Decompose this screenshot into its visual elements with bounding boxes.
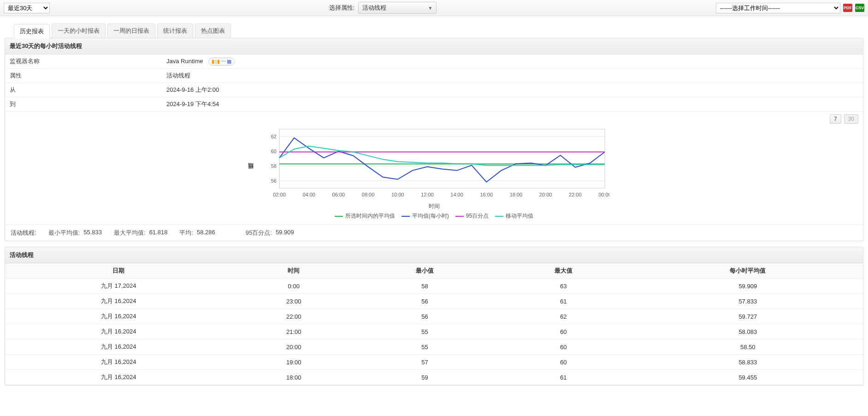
to-value: 2024-9-19 下午4:54 bbox=[162, 97, 863, 112]
table-row: 九月 16,202419:00576058.833 bbox=[5, 355, 863, 370]
svg-text:58: 58 bbox=[271, 163, 276, 169]
legend-swatch bbox=[455, 216, 464, 217]
tab-stats[interactable]: 统计报表 bbox=[157, 24, 193, 38]
table-row: 九月 17,20240:00586359.909 bbox=[5, 279, 863, 294]
top-center: 选择属性: 活动线程 ▼ bbox=[329, 2, 437, 14]
svg-text:16:00: 16:00 bbox=[480, 192, 493, 197]
table-row: 九月 16,202418:00596159.455 bbox=[5, 370, 863, 385]
grid-icon: ▦ bbox=[227, 59, 231, 65]
tabs-row: 历史报表一天的小时报表一周的日报表统计报表热点图表 bbox=[0, 16, 868, 38]
stats-p95: 95百分点:59.909 bbox=[246, 229, 294, 237]
svg-text:04:00: 04:00 bbox=[302, 192, 315, 197]
legend-swatch bbox=[495, 216, 503, 217]
table-header: 最大值 bbox=[494, 263, 633, 279]
stats-max: 最大平均值:61.818 bbox=[114, 229, 167, 237]
chart-inner: 活动线程 5658606202:0004:0006:0008:0010:0012… bbox=[259, 125, 609, 220]
svg-text:02:00: 02:00 bbox=[273, 192, 286, 197]
data-panel: 活动线程 日期时间最小值最大值每小时平均值 九月 17,20240:005863… bbox=[5, 247, 863, 386]
stats-min: 最小平均值:55.833 bbox=[48, 229, 102, 237]
report-panel: 最近30天的每小时活动线程 监视器名称 Java Runtime ▮▯▮ 〰 ▦… bbox=[5, 38, 863, 241]
legend-swatch bbox=[335, 216, 343, 217]
table-header: 最小值 bbox=[355, 263, 494, 279]
table-row: 九月 16,202420:00556058.50 bbox=[5, 339, 863, 355]
table-row: 九月 16,202422:00566259.727 bbox=[5, 309, 863, 324]
stats-metric: 活动线程: bbox=[11, 229, 36, 237]
info-table: 监视器名称 Java Runtime ▮▯▮ 〰 ▦ 属性 活动线程 从 202… bbox=[5, 54, 863, 112]
export-pdf-icon[interactable]: PDF bbox=[843, 4, 852, 12]
chart-xlabel: 时间 bbox=[259, 202, 609, 210]
data-table: 日期时间最小值最大值每小时平均值 九月 17,20240:00586359.90… bbox=[5, 263, 863, 385]
chart-svg: 5658606202:0004:0006:0008:0010:0012:0014… bbox=[259, 125, 609, 199]
svg-text:60: 60 bbox=[271, 149, 276, 154]
svg-text:20:00: 20:00 bbox=[539, 192, 552, 197]
chevron-down-icon: ▼ bbox=[428, 6, 432, 11]
top-right: ------选择工作时间------ PDF CSV bbox=[716, 3, 864, 13]
table-row: 九月 16,202423:00566157.833 bbox=[5, 294, 863, 309]
range-buttons: 7 30 bbox=[5, 112, 863, 124]
tabs: 历史报表一天的小时报表一周的日报表统计报表热点图表 bbox=[14, 24, 863, 38]
legend-item[interactable]: 平均值(每小时) bbox=[402, 212, 449, 220]
svg-text:06:00: 06:00 bbox=[332, 192, 345, 197]
from-value: 2024-9-16 上午2:00 bbox=[162, 83, 863, 97]
chart-wrap: 活动线程 5658606202:0004:0006:0008:0010:0012… bbox=[5, 124, 863, 225]
tab-day[interactable]: 一天的小时报表 bbox=[52, 24, 106, 38]
tab-history[interactable]: 历史报表 bbox=[14, 24, 50, 38]
top-toolbar: 最近30天 选择属性: 活动线程 ▼ ------选择工作时间------ PD… bbox=[0, 0, 868, 16]
to-label: 到 bbox=[5, 97, 162, 112]
attr-row-value: 活动线程 bbox=[162, 69, 863, 83]
attr-dropdown-value: 活动线程 bbox=[362, 4, 386, 12]
svg-text:00:00: 00:00 bbox=[598, 192, 609, 197]
svg-text:56: 56 bbox=[271, 178, 276, 184]
legend-item[interactable]: 移动平均值 bbox=[495, 212, 533, 220]
range-30-button[interactable]: 30 bbox=[844, 114, 858, 124]
line-chart-icon: 〰 bbox=[221, 59, 226, 64]
legend-item[interactable]: 95百分点 bbox=[455, 212, 489, 220]
attr-label: 选择属性: bbox=[329, 4, 355, 12]
svg-text:12:00: 12:00 bbox=[421, 192, 434, 197]
monitor-name-label: 监视器名称 bbox=[5, 54, 162, 69]
from-label: 从 bbox=[5, 83, 162, 97]
range-7-button[interactable]: 7 bbox=[830, 114, 841, 124]
stats-avg: 平均:58.286 bbox=[179, 229, 215, 237]
monitor-mini-icons[interactable]: ▮▯▮ 〰 ▦ bbox=[208, 58, 235, 65]
attr-dropdown[interactable]: 活动线程 ▼ bbox=[358, 2, 437, 14]
svg-text:22:00: 22:00 bbox=[569, 192, 582, 197]
svg-text:62: 62 bbox=[271, 134, 276, 139]
tab-heat[interactable]: 热点图表 bbox=[195, 24, 231, 38]
stats-row: 活动线程: 最小平均值:55.833 最大平均值:61.818 平均:58.28… bbox=[5, 225, 863, 241]
legend-item[interactable]: 所选时间内的平均值 bbox=[335, 212, 395, 220]
top-left: 最近30天 bbox=[4, 3, 50, 13]
attr-row-label: 属性 bbox=[5, 69, 162, 83]
chart-legend: 所选时间内的平均值平均值(每小时)95百分点移动平均值 bbox=[259, 212, 609, 220]
export-csv-icon[interactable]: CSV bbox=[855, 4, 864, 12]
period-select[interactable]: 最近30天 bbox=[4, 3, 50, 13]
bar-chart-icon: ▮▯▮ bbox=[212, 59, 220, 65]
report-panel-title: 最近30天的每小时活动线程 bbox=[5, 38, 863, 54]
tab-week[interactable]: 一周的日报表 bbox=[107, 24, 155, 38]
monitor-name-text: Java Runtime bbox=[166, 58, 203, 65]
worktime-select[interactable]: ------选择工作时间------ bbox=[716, 3, 840, 13]
svg-text:10:00: 10:00 bbox=[391, 192, 404, 197]
table-header: 日期 bbox=[5, 263, 232, 279]
monitor-name-value: Java Runtime ▮▯▮ 〰 ▦ bbox=[162, 54, 863, 69]
svg-text:08:00: 08:00 bbox=[361, 192, 374, 197]
table-header: 每小时平均值 bbox=[633, 263, 863, 279]
data-panel-title: 活动线程 bbox=[5, 247, 863, 263]
svg-text:14:00: 14:00 bbox=[450, 192, 463, 197]
svg-text:18:00: 18:00 bbox=[509, 192, 522, 197]
table-row: 九月 16,202421:00556058.083 bbox=[5, 324, 863, 339]
legend-swatch bbox=[402, 216, 410, 217]
table-header: 时间 bbox=[232, 263, 355, 279]
